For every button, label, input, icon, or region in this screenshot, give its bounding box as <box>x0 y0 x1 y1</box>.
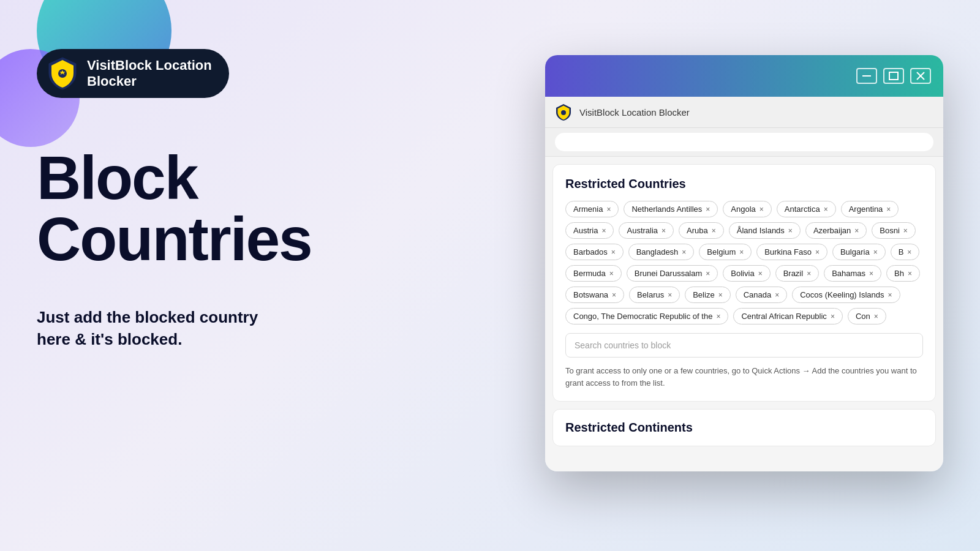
tag-close-brunei[interactable]: × <box>706 269 710 278</box>
tag-aruba[interactable]: Aruba × <box>679 222 724 239</box>
tag-burkina-faso[interactable]: Burkina Faso × <box>756 244 827 260</box>
tag-close-brazil[interactable]: × <box>807 269 811 278</box>
tag-close-belgium[interactable]: × <box>739 248 744 257</box>
tag-close-angola[interactable]: × <box>760 205 764 214</box>
tag-bermuda[interactable]: Bermuda × <box>565 265 622 282</box>
tag-cocos[interactable]: Cocos (Keeling) Islands × <box>792 287 900 303</box>
tag-bulgaria[interactable]: Bulgaria × <box>832 244 886 260</box>
tag-close-barbados[interactable]: × <box>611 248 616 257</box>
tag-barbados[interactable]: Barbados × <box>565 244 624 260</box>
tag-close-austria[interactable]: × <box>601 227 606 235</box>
tag-close-bosnia[interactable]: × <box>903 227 908 235</box>
tag-close-b1[interactable]: × <box>907 248 911 257</box>
tag-bosnia[interactable]: Bosni × <box>872 222 916 239</box>
tag-austria[interactable]: Austria × <box>565 222 614 239</box>
tags-container: Armenia × Netherlands Antilles × Angola … <box>565 201 923 324</box>
browser-titlebar <box>545 55 943 97</box>
tag-australia[interactable]: Australia × <box>619 222 674 239</box>
logo-pill: VisitBlock Location Blocker <box>37 49 229 98</box>
tag-close-bolivia[interactable]: × <box>758 269 763 278</box>
tag-close-azerbaijan[interactable]: × <box>854 227 859 235</box>
left-section: VisitBlock Location Blocker Block Countr… <box>37 49 429 351</box>
app-icon-wrap <box>555 103 573 121</box>
address-bar-row <box>545 128 943 157</box>
tag-close-congo-dr[interactable]: × <box>716 312 720 321</box>
sub-heading: Just add the blocked country here & it's… <box>37 306 429 351</box>
tag-close-belarus[interactable]: × <box>668 291 672 299</box>
tag-close-central-african[interactable]: × <box>831 312 835 321</box>
svg-rect-3 <box>889 72 898 80</box>
tag-belarus[interactable]: Belarus × <box>629 287 680 303</box>
search-input-wrap[interactable]: Search countries to block <box>565 333 923 358</box>
search-placeholder: Search countries to block <box>575 340 671 350</box>
tag-azerbaijan[interactable]: Azerbaijan × <box>805 222 867 239</box>
tag-bangladesh[interactable]: Bangladesh × <box>628 244 695 260</box>
tag-close-bermuda[interactable]: × <box>609 269 614 278</box>
tag-aland-islands[interactable]: Åland Islands × <box>729 222 801 239</box>
tag-close-aland-islands[interactable]: × <box>788 227 793 235</box>
tag-argentina[interactable]: Argentina × <box>841 201 899 217</box>
main-heading: Block Countries <box>37 147 429 269</box>
minimize-button[interactable] <box>856 68 877 84</box>
tag-con-overflow[interactable]: Con × <box>848 308 886 324</box>
heading-line2: Countries <box>37 208 429 269</box>
tag-close-cocos[interactable]: × <box>888 291 892 299</box>
tag-close-aruba[interactable]: × <box>712 227 716 235</box>
tag-canada[interactable]: Canada × <box>736 287 788 303</box>
tag-close-antarctica[interactable]: × <box>824 205 828 214</box>
tag-bolivia[interactable]: Bolivia × <box>723 265 770 282</box>
restricted-countries-title: Restricted Countries <box>565 177 923 191</box>
tag-close-con[interactable]: × <box>874 312 878 321</box>
app-small-icon <box>555 103 572 121</box>
tag-armenia[interactable]: Armenia × <box>565 201 619 217</box>
tag-congo-dr[interactable]: Congo, The Democratic Republic of the × <box>565 308 728 324</box>
tag-bahamas[interactable]: Bahamas × <box>824 265 881 282</box>
tag-central-african[interactable]: Central African Republic × <box>733 308 842 324</box>
tag-close-netherlands-antilles[interactable]: × <box>706 205 710 214</box>
restricted-continents-section: Restricted Continents <box>552 409 936 446</box>
tag-netherlands-antilles[interactable]: Netherlands Antilles × <box>624 201 718 217</box>
tag-close-bahamas[interactable]: × <box>869 269 873 278</box>
tag-close-belize[interactable]: × <box>718 291 723 299</box>
restricted-continents-title: Restricted Continents <box>565 421 923 435</box>
logo-title: VisitBlock Location Blocker <box>87 58 212 90</box>
browser-window: VisitBlock Location Blocker Restricted C… <box>545 55 943 471</box>
tag-b-overflow1[interactable]: B × <box>891 244 920 260</box>
tag-angola[interactable]: Angola × <box>723 201 772 217</box>
tag-belize[interactable]: Belize × <box>685 287 730 303</box>
close-button[interactable] <box>910 68 931 84</box>
tag-close-australia[interactable]: × <box>662 227 666 235</box>
heading-line1: Block <box>37 147 429 208</box>
info-text: To grant access to only one or a few cou… <box>565 365 923 389</box>
tag-brunei[interactable]: Brunei Darussalam × <box>627 265 718 282</box>
browser-app-title: VisitBlock Location Blocker <box>579 107 690 118</box>
tag-brazil[interactable]: Brazil × <box>775 265 820 282</box>
restricted-countries-section: Restricted Countries Armenia × Netherlan… <box>552 164 936 402</box>
tag-close-botswana[interactable]: × <box>612 291 616 299</box>
tag-antarctica[interactable]: Antarctica × <box>777 201 836 217</box>
tag-close-canada[interactable]: × <box>775 291 779 299</box>
tag-close-argentina[interactable]: × <box>886 205 891 214</box>
maximize-button[interactable] <box>883 68 904 84</box>
tag-close-burkina-faso[interactable]: × <box>815 248 820 257</box>
tag-close-bulgaria[interactable]: × <box>873 248 878 257</box>
browser-content: Restricted Countries Armenia × Netherlan… <box>545 157 943 471</box>
tag-botswana[interactable]: Botswana × <box>565 287 624 303</box>
tag-close-bangladesh[interactable]: × <box>682 248 686 257</box>
tag-bh-overflow[interactable]: Bh × <box>886 265 920 282</box>
shield-icon <box>47 56 78 91</box>
tag-close-bh[interactable]: × <box>908 269 912 278</box>
tag-belgium[interactable]: Belgium × <box>699 244 752 260</box>
svg-rect-2 <box>862 75 871 77</box>
svg-point-6 <box>561 110 566 115</box>
address-bar[interactable] <box>555 133 933 151</box>
tag-close-armenia[interactable]: × <box>606 205 611 214</box>
browser-chrome: VisitBlock Location Blocker <box>545 97 943 128</box>
